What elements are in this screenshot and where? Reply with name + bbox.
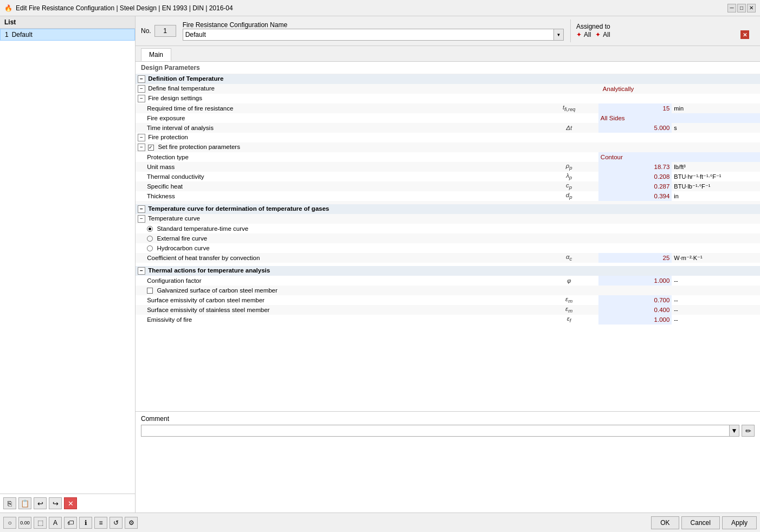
std-curve-radio[interactable] bbox=[147, 226, 153, 232]
tool-tag-button[interactable]: 🏷 bbox=[64, 517, 77, 529]
comment-label: Comment bbox=[141, 415, 755, 423]
name-label: Fire Resistance Configuration Name bbox=[183, 21, 564, 29]
assigned-text-1: All bbox=[584, 31, 591, 38]
delete-button[interactable]: ✕ bbox=[64, 497, 77, 509]
table-row: Coefficient of heat transfer by convecti… bbox=[136, 253, 760, 263]
table-row: Galvanized surface of carbon steel membe… bbox=[136, 286, 760, 295]
cancel-button[interactable]: Cancel bbox=[681, 516, 720, 529]
name-input[interactable] bbox=[183, 31, 553, 38]
unit-mass-value[interactable]: 18.73 bbox=[598, 162, 672, 172]
time-interval-value[interactable]: 5.000 bbox=[598, 123, 672, 133]
galvanized-checkbox[interactable] bbox=[147, 288, 153, 294]
emissivity-fire-value[interactable]: 1.000 bbox=[598, 315, 672, 325]
tool-number-button[interactable]: 0.00 bbox=[18, 517, 31, 529]
expand-set-fp[interactable]: − bbox=[138, 144, 145, 151]
expand-fire-prot[interactable]: − bbox=[138, 134, 145, 141]
surface-carbon-value[interactable]: 0.700 bbox=[598, 295, 672, 305]
copy-button[interactable]: ⎘ bbox=[3, 497, 16, 509]
no-label: No. bbox=[141, 27, 151, 35]
set-fp-checkbox[interactable] bbox=[148, 145, 154, 151]
comment-dropdown: ▼ bbox=[141, 425, 739, 437]
design-params-header: Design Parameters bbox=[136, 62, 760, 74]
tool-refresh-button[interactable]: ↺ bbox=[110, 517, 123, 529]
ext-curve-label: External fire curve bbox=[157, 235, 207, 242]
unit-mass-label: Unit mass bbox=[147, 164, 175, 170]
list-header: List bbox=[0, 16, 135, 29]
expand-thermal-actions[interactable]: − bbox=[138, 267, 145, 275]
thickness-label: Thickness bbox=[147, 193, 175, 199]
thermal-cond-value[interactable]: 0.208 bbox=[598, 172, 672, 181]
maximize-button[interactable]: □ bbox=[737, 4, 746, 12]
apply-button[interactable]: Apply bbox=[722, 516, 757, 529]
params-table: − Definition of Temperature − Define fin… bbox=[136, 74, 760, 325]
surface-stainless-label: Surface emissivity of stainless steel me… bbox=[147, 307, 269, 313]
config-factor-unit: -- bbox=[672, 276, 760, 286]
list-item-name: Default bbox=[12, 31, 33, 38]
tool-a-button[interactable]: A bbox=[49, 517, 62, 529]
table-row: Thickness dp 0.394 in bbox=[136, 191, 760, 201]
expand-temp-curve-child[interactable]: − bbox=[138, 215, 145, 223]
table-row: − Define final temperature Analytically bbox=[136, 84, 760, 94]
ext-curve-radio[interactable] bbox=[147, 236, 153, 242]
fire-exposure-label: Fire exposure bbox=[147, 115, 185, 121]
expand-temp-curve-sec[interactable]: − bbox=[138, 205, 145, 213]
minimize-button[interactable]: ─ bbox=[727, 4, 736, 12]
table-row: Specific heat cp 0.287 BTU·lb⁻¹·°F⁻¹ bbox=[136, 181, 760, 191]
undo-button[interactable]: ↩ bbox=[34, 497, 47, 509]
hydro-curve-radio[interactable] bbox=[147, 245, 153, 251]
table-row: Fire exposure All Sides bbox=[136, 113, 760, 123]
ok-button[interactable]: OK bbox=[651, 516, 679, 529]
req-time-value[interactable]: 15 bbox=[598, 103, 672, 113]
set-fp-label: Set fire protection parameters bbox=[158, 144, 240, 150]
coeff-heat-unit: W·m⁻²·K⁻¹ bbox=[672, 253, 760, 263]
assigned-clear-button[interactable]: ✕ bbox=[740, 30, 749, 39]
define-final-label: Define final temperature bbox=[148, 85, 215, 92]
top-form: No. 1 Fire Resistance Configuration Name… bbox=[136, 16, 760, 46]
tool-settings-button[interactable]: ⚙ bbox=[125, 517, 138, 529]
specific-heat-value[interactable]: 0.287 bbox=[598, 181, 672, 191]
list-item[interactable]: 1 Default bbox=[0, 29, 135, 41]
table-row: Emissivity of fire εf 1.000 -- bbox=[136, 315, 760, 325]
table-row: Thermal conductivity λp 0.208 BTU·hr⁻¹·f… bbox=[136, 172, 760, 181]
table-row: External fire curve bbox=[136, 233, 760, 243]
tool-list-button[interactable]: ≡ bbox=[94, 517, 107, 529]
redo-button[interactable]: ↪ bbox=[49, 497, 62, 509]
comment-dropdown-btn[interactable]: ▼ bbox=[729, 425, 739, 436]
coeff-heat-value[interactable]: 25 bbox=[598, 253, 672, 263]
tool-cursor-button[interactable]: ⬚ bbox=[34, 517, 47, 529]
expand-define-final[interactable]: − bbox=[138, 85, 145, 93]
fire-exposure-value[interactable]: All Sides bbox=[598, 113, 760, 123]
content-area: Design Parameters − Definition of Temper… bbox=[136, 62, 760, 512]
table-row: Surface emissivity of carbon steel membe… bbox=[136, 295, 760, 305]
assigned-item-2: ✦ All bbox=[595, 31, 610, 38]
time-interval-label: Time interval of analysis bbox=[147, 125, 214, 131]
tab-main[interactable]: Main bbox=[141, 48, 171, 61]
paste-button[interactable]: 📋 bbox=[18, 497, 31, 509]
prot-type-label: Protection type bbox=[147, 154, 189, 160]
std-curve-label: Standard temperature-time curve bbox=[157, 225, 248, 232]
assigned-text-2: All bbox=[603, 31, 610, 38]
expand-def-temp[interactable]: − bbox=[138, 75, 145, 83]
name-dropdown-btn[interactable]: ▼ bbox=[553, 29, 563, 40]
req-time-label: Required time of fire resistance bbox=[147, 105, 233, 112]
table-row: − Set fire protection parameters bbox=[136, 142, 760, 152]
expand-fire-design[interactable]: − bbox=[138, 95, 145, 102]
coeff-heat-label: Coefficient of heat transfer by convecti… bbox=[147, 255, 260, 261]
surface-stainless-unit: -- bbox=[672, 305, 760, 315]
close-button[interactable]: ✕ bbox=[747, 4, 756, 12]
table-row: Hydrocarbon curve bbox=[136, 243, 760, 253]
prot-type-value[interactable]: Contour bbox=[598, 152, 760, 162]
config-factor-value[interactable]: 1.000 bbox=[598, 276, 672, 286]
tool-circle-button[interactable]: ○ bbox=[3, 517, 16, 529]
tool-info-button[interactable]: ℹ bbox=[79, 517, 92, 529]
specific-heat-unit: BTU·lb⁻¹·°F⁻¹ bbox=[672, 181, 760, 191]
thickness-value[interactable]: 0.394 bbox=[598, 191, 672, 201]
table-row: − Fire design settings bbox=[136, 94, 760, 103]
comment-edit-button[interactable]: ✏ bbox=[742, 425, 755, 437]
title-bar: 🔥 Edit Fire Resistance Configuration | S… bbox=[0, 0, 760, 16]
table-row: Required time of fire resistance tfi,req… bbox=[136, 103, 760, 113]
surface-stainless-value[interactable]: 0.400 bbox=[598, 305, 672, 315]
surface-carbon-unit: -- bbox=[672, 295, 760, 305]
surface-carbon-label: Surface emissivity of carbon steel membe… bbox=[147, 297, 265, 303]
table-row: Protection type Contour bbox=[136, 152, 760, 162]
